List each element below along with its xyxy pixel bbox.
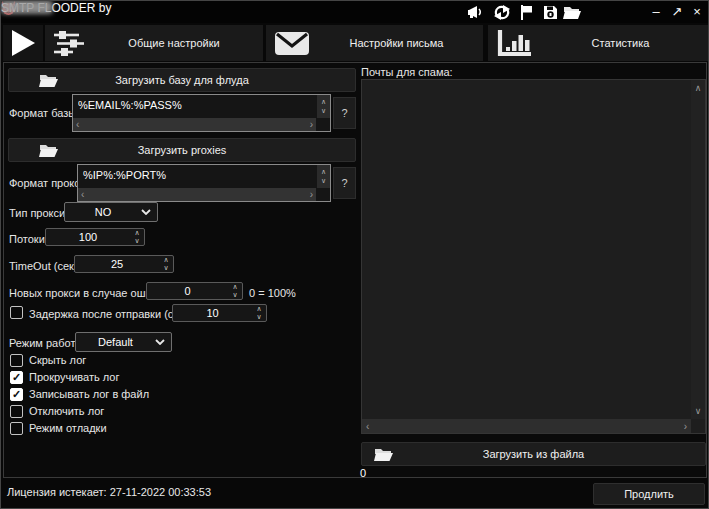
write-log-file-checkbox[interactable]: ✓	[10, 388, 23, 401]
megaphone-icon[interactable]	[464, 3, 486, 21]
chevron-down-icon	[141, 209, 151, 215]
open-folder-icon	[39, 73, 59, 88]
proxy-type-value: NO	[65, 206, 141, 218]
proxy-type-select[interactable]: NO	[64, 202, 158, 222]
close-button[interactable]: ×	[687, 1, 707, 22]
proxy-format-input[interactable]: %IP%:%PORT% ∧ ∨ ‹ ›	[77, 164, 331, 202]
chevron-right-icon: ›	[310, 120, 313, 130]
envelope-icon	[274, 31, 310, 56]
chevron-up-icon: ∧	[695, 83, 702, 93]
threads-label: Потоки:	[9, 233, 48, 245]
new-proxy-value: 0	[147, 285, 228, 297]
sliders-icon	[53, 30, 85, 57]
chevron-down-icon	[155, 339, 165, 345]
spam-mails-label: Почты для спама:	[361, 66, 453, 78]
tab-general-settings[interactable]: Общие настройки	[45, 25, 263, 61]
maximize-button[interactable]: ↗	[667, 1, 687, 22]
main-panel: Загрузить базу для флуда Формат базы: %E…	[3, 62, 707, 478]
chevron-up-icon: ∧	[321, 168, 326, 176]
disable-log-checkbox[interactable]	[10, 405, 23, 418]
open-folder-icon	[39, 143, 59, 158]
proxy-type-label: Тип прокси:	[9, 207, 68, 219]
delay-checkbox[interactable]	[10, 306, 23, 319]
debug-mode-label: Режим отладки	[29, 422, 107, 434]
license-expiry-text: Лицензия истекает: 27-11-2022 00:33:53	[7, 486, 211, 498]
base-format-help-button[interactable]: ?	[333, 97, 356, 129]
vertical-scrollbar[interactable]: ∧ ∨	[691, 80, 705, 419]
load-base-label: Загрузить базу для флуда	[115, 74, 249, 86]
proxy-format-value: %IP%:%PORT%	[83, 169, 314, 181]
timeout-label: TimeOut (сек):	[9, 260, 81, 272]
delay-label: Задержка после отправки (сек):	[29, 308, 191, 320]
base-format-stepper[interactable]: ∧ ∨	[317, 95, 330, 118]
tab-letter-settings[interactable]: Настройки письма	[266, 25, 483, 61]
disable-log-label: Отключить лог	[29, 405, 104, 417]
tab-statistics[interactable]: Статистика	[488, 25, 708, 61]
bar-chart-icon	[496, 29, 533, 58]
tab-label: Статистика	[533, 37, 708, 49]
chevron-up-icon: ∧	[232, 283, 237, 291]
load-base-button[interactable]: Загрузить базу для флуда	[8, 68, 356, 92]
chevron-up-icon: ∧	[134, 229, 139, 237]
work-mode-value: Default	[76, 336, 155, 348]
work-mode-select[interactable]: Default	[75, 332, 172, 352]
work-mode-label: Режим работы	[9, 337, 83, 349]
refresh-icon[interactable]	[491, 3, 513, 21]
timeout-spinner[interactable]: 25 ∧ ∨	[74, 255, 174, 273]
write-log-file-label: Записывать лог в файл	[29, 388, 149, 400]
delay-stepper[interactable]: ∧ ∨	[252, 305, 266, 320]
tab-label: Общие настройки	[85, 37, 263, 49]
load-proxies-button[interactable]: Загрузить proxies	[8, 138, 356, 162]
horizontal-scrollbar[interactable]: ‹ ›	[362, 419, 691, 433]
renew-button[interactable]: Продлить	[593, 483, 705, 505]
title-bar: SMTP FLOODER by	[1, 1, 709, 23]
base-format-hscrollbar[interactable]: ‹ ›	[73, 118, 316, 131]
threads-value: 100	[46, 231, 130, 243]
save-icon[interactable]	[539, 3, 561, 21]
load-from-file-label: Загрузить из файла	[483, 448, 584, 460]
open-folder-icon	[374, 447, 394, 462]
chevron-up-icon: ∧	[163, 256, 168, 264]
new-proxy-stepper[interactable]: ∧ ∨	[228, 283, 242, 298]
chevron-up-icon: ∧	[321, 98, 326, 106]
delay-spinner[interactable]: 10 ∧ ∨	[172, 304, 267, 322]
timeout-value: 25	[75, 258, 159, 270]
scroll-log-checkbox[interactable]: ✓	[10, 371, 23, 384]
load-proxies-label: Загрузить proxies	[138, 144, 227, 156]
threads-stepper[interactable]: ∧ ∨	[130, 229, 144, 244]
new-proxy-hint: 0 = 100%	[249, 287, 296, 299]
load-from-file-button[interactable]: Загрузить из файла	[361, 442, 706, 466]
minimize-button[interactable]: –	[646, 1, 666, 22]
flag-icon[interactable]	[515, 3, 537, 21]
chevron-left-icon: ‹	[366, 421, 369, 432]
chevron-left-icon: ‹	[81, 190, 84, 200]
chevron-down-icon: ∨	[321, 107, 326, 115]
start-button[interactable]	[3, 25, 43, 61]
app-window: SMTP FLOODER by	[0, 0, 709, 509]
base-format-value: %EMAIL%:%PASS%	[78, 99, 314, 111]
proxy-format-help-button[interactable]: ?	[333, 167, 356, 199]
tab-label: Настройки письма	[310, 37, 483, 49]
chevron-down-icon: ∨	[163, 264, 168, 272]
chevron-down-icon: ∨	[232, 291, 237, 299]
proxy-format-stepper[interactable]: ∧ ∨	[317, 165, 330, 188]
timeout-stepper[interactable]: ∧ ∨	[159, 256, 173, 271]
open-folder-icon[interactable]	[561, 3, 583, 21]
chevron-down-icon: ∨	[256, 313, 261, 321]
chevron-up-icon: ∧	[256, 305, 261, 313]
redacted-username	[1, 1, 53, 14]
spam-mails-textarea[interactable]: ∧ ∨ ‹ ›	[361, 79, 706, 434]
chevron-down-icon: ∨	[321, 177, 326, 185]
new-proxy-spinner[interactable]: 0 ∧ ∨	[146, 282, 243, 300]
debug-mode-checkbox[interactable]	[10, 422, 23, 435]
threads-spinner[interactable]: 100 ∧ ∨	[45, 228, 145, 246]
delay-value: 10	[173, 307, 252, 319]
base-format-input[interactable]: %EMAIL%:%PASS% ∧ ∨ ‹ ›	[72, 94, 331, 132]
scroll-log-label: Прокручивать лог	[29, 371, 119, 383]
chevron-left-icon: ‹	[76, 120, 79, 130]
chevron-down-icon: ∨	[134, 237, 139, 245]
base-format-label: Формат базы:	[9, 107, 79, 119]
hide-log-checkbox[interactable]	[10, 354, 23, 367]
proxy-format-hscrollbar[interactable]: ‹ ›	[78, 188, 316, 201]
chevron-down-icon: ∨	[695, 406, 702, 416]
